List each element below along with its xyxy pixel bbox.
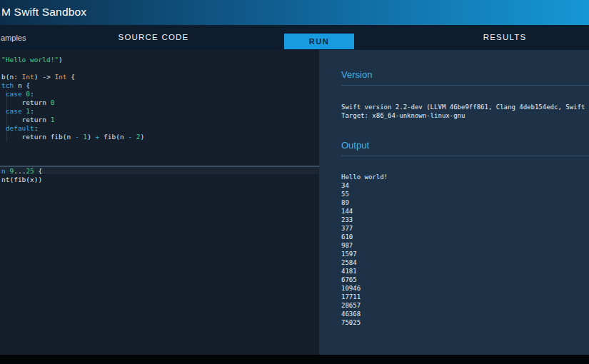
- code-line: return 0: [1, 98, 144, 107]
- output-heading: Output: [341, 140, 369, 151]
- code-line: [1, 64, 144, 73]
- app-window: M Swift Sandbox amples SOURCE CODE RUN R…: [0, 0, 589, 364]
- code-line: [1, 158, 144, 167]
- version-divider: [341, 85, 589, 86]
- footer-bar: [0, 355, 589, 364]
- app-header: M Swift Sandbox: [0, 0, 589, 25]
- output-text: Hello world! 34 55 89 144 233 377 610 98…: [341, 173, 388, 327]
- code-line: "Hello world!"): [1, 56, 144, 64]
- results-label: RESULTS: [483, 33, 527, 41]
- code-line: n 9...25 {: [1, 167, 144, 176]
- code-line: nt(fib(x)): [1, 176, 144, 184]
- code-editor[interactable]: "Hello world!")b(n: Int) -> Int {tch n {…: [0, 50, 319, 355]
- output-divider: [341, 156, 589, 156]
- code-line: tch n {: [1, 81, 144, 90]
- code-line: case 1:: [1, 107, 144, 116]
- version-heading: Version: [341, 69, 372, 80]
- toolbar: amples SOURCE CODE RUN RESULTS: [0, 25, 589, 50]
- app-title: M Swift Sandbox: [1, 6, 86, 19]
- code-line: b(n: Int) -> Int {: [1, 73, 144, 81]
- code-lines: "Hello world!")b(n: Int) -> Int {tch n {…: [1, 56, 144, 184]
- code-line: [1, 150, 144, 158]
- code-line: default:: [1, 124, 144, 133]
- code-line: [1, 141, 144, 150]
- code-line: return 1: [1, 116, 144, 124]
- run-button[interactable]: RUN: [284, 34, 354, 49]
- source-code-label: SOURCE CODE: [119, 33, 189, 41]
- code-line: case 0:: [1, 90, 144, 98]
- code-line: return fib(n - 1) + fib(n - 2): [1, 133, 144, 141]
- version-text: Swift version 2.2-dev (LLVM 46be9ff861, …: [341, 103, 589, 120]
- results-panel: Version Swift version 2.2-dev (LLVM 46be…: [319, 50, 589, 355]
- examples-link[interactable]: amples: [1, 34, 26, 42]
